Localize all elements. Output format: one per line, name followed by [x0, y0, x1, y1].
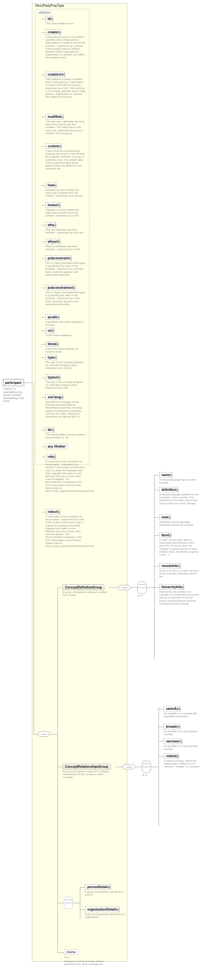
expand-icon[interactable]: +: [180, 740, 182, 743]
expand-icon[interactable]: +: [61, 396, 63, 399]
connector: [41, 32, 46, 33]
choice-connector: [64, 897, 73, 909]
expand-icon[interactable]: +: [61, 116, 63, 118]
attribute-how: how+Indicates by which means the value w…: [46, 183, 87, 197]
expand-icon[interactable]: +: [177, 755, 179, 757]
concept-relationships-group: ConceptRelationshipsGroup A group of pro…: [63, 764, 114, 779]
expand-icon[interactable]: +: [54, 456, 56, 458]
connector: [73, 903, 80, 903]
expand-icon[interactable]: +: [178, 708, 180, 710]
attribute-typeuri: typeuri+The type of the concept assigned…: [46, 375, 87, 390]
attribute-creatoruri: creatoruri+If the attribute is empty, sp…: [46, 72, 87, 98]
attributes-label: attributes: [37, 10, 52, 15]
expand-icon[interactable]: +: [54, 224, 56, 226]
choice-connector: [138, 581, 146, 593]
root-element: participant: [3, 379, 23, 386]
attribute-uri: uri+A URI which identifies a ...: [46, 328, 87, 337]
expand-icon[interactable]: +: [56, 343, 59, 345]
connector: [154, 475, 159, 476]
attribute-role: role+A refinement of the semantics of th…: [46, 454, 87, 492]
connector: [130, 587, 138, 588]
connector: [41, 457, 46, 457]
element-definition: definition+A natural language definition…: [159, 487, 201, 505]
expand-icon[interactable]: +: [73, 286, 76, 289]
expand-icon[interactable]: +: [69, 257, 72, 260]
attribute-qcode: qcode+A qualified code which identifies …: [46, 314, 87, 326]
connector: [41, 258, 46, 259]
attribute-id: id+The local identifier of the ...: [46, 16, 87, 25]
sequence-connector: [38, 732, 50, 737]
connector: [57, 587, 63, 588]
expand-icon[interactable]: +: [168, 516, 171, 519]
expand-icon[interactable]: +: [59, 145, 62, 148]
occurrence: 0..∞: [65, 956, 70, 959]
element-persondetails: personDetails+A group of properties spec…: [85, 884, 127, 896]
expand-icon[interactable]: +: [59, 31, 61, 33]
attribute-xmllang: xml:lang+Specifies the language of this …: [46, 395, 87, 418]
expand-icon[interactable]: +: [58, 204, 61, 207]
attribute-pubconstraint: pubconstraint+One or many constraints th…: [46, 256, 87, 276]
connector: [41, 344, 46, 345]
element-narrower: narrower+An identifier of a more specifi…: [164, 738, 205, 751]
attribute-dir: dir+The directionality of textual conten…: [46, 427, 87, 439]
attribute-pubconstrainturi: pubconstrainturi+One or many constraints…: [46, 285, 87, 306]
attribute-creator: creator+If the property value is not def…: [46, 29, 87, 59]
expand-icon[interactable]: +: [52, 329, 54, 332]
any-extension-anno: Extension point for provider-defined pro…: [64, 960, 109, 966]
connector: [41, 430, 46, 430]
expand-icon[interactable]: +: [176, 488, 179, 491]
type-title: Flex1PartyPropType: [35, 4, 64, 7]
connector: [41, 397, 46, 398]
connector: [41, 185, 46, 186]
expand-icon[interactable]: +: [54, 356, 57, 359]
expand-icon[interactable]: +: [170, 474, 173, 476]
expand-icon[interactable]: +: [58, 376, 61, 379]
attribute-other: any ##other: [46, 444, 87, 449]
any-other-extension: ##other: [64, 950, 78, 955]
expand-icon[interactable]: +: [57, 511, 60, 513]
choice-connector: [142, 761, 151, 773]
connector: [158, 709, 164, 709]
expand-icon[interactable]: +: [54, 184, 57, 187]
connector: [41, 317, 46, 318]
connector: [34, 734, 38, 735]
connector: [41, 377, 46, 378]
connector: [41, 447, 46, 447]
attribute-modified: modified+The date (and, optionally, the …: [46, 114, 87, 135]
element-hierarchyinfo: hierarchyInfo+Represents the position of…: [159, 584, 201, 605]
element-sameas: sameAs+An identifier of a concept with e…: [164, 706, 205, 718]
expand-icon[interactable]: +: [178, 565, 180, 567]
connector: [146, 587, 154, 588]
connector: [158, 756, 164, 757]
concept-definition-group: ConceptDefinitionGroup A group of proper…: [63, 585, 114, 597]
sequence-connector: [123, 764, 135, 769]
element-broader: broader+An identifier of a more generic …: [164, 724, 205, 736]
expand-icon[interactable]: +: [169, 534, 171, 536]
connector: [80, 887, 85, 888]
expand-icon[interactable]: +: [57, 316, 60, 318]
connector: [41, 358, 46, 358]
attribute-why: why+Why the metadata has been included -…: [46, 222, 87, 234]
connector: [158, 741, 164, 742]
connector: [57, 587, 58, 953]
connector: [154, 566, 159, 566]
attribute-literal: literal+A free-text value assigned as pr…: [46, 341, 87, 353]
expand-icon[interactable]: +: [58, 240, 60, 243]
expand-icon[interactable]: +: [117, 908, 120, 911]
connector: [109, 587, 118, 588]
attribute-roleuri: roleuri+A refinement of the semantics of…: [46, 509, 87, 547]
element-organisationdetails: organisationDetails+A group of propertie…: [85, 907, 127, 918]
expand-icon[interactable]: +: [178, 725, 180, 728]
expand-icon[interactable]: +: [108, 886, 111, 888]
expand-icon[interactable]: +: [63, 73, 65, 76]
expand-icon[interactable]: +: [51, 18, 53, 20]
element-facet: facet+In NAR 1.8 and later, facet is dep…: [159, 533, 201, 556]
expand-icon[interactable]: +: [52, 429, 54, 431]
connector: [41, 75, 46, 75]
attribute-howuri: howuri+Indicates by which means the valu…: [46, 202, 87, 217]
element-remoteinfo: remoteInfo+A link to an item or a web re…: [159, 563, 201, 578]
attribute-type: type+The type of the concept assigned as…: [46, 355, 87, 370]
element-note: note+Additional natural language informa…: [159, 514, 201, 527]
connector: [41, 242, 46, 242]
expand-icon[interactable]: +: [182, 586, 184, 589]
